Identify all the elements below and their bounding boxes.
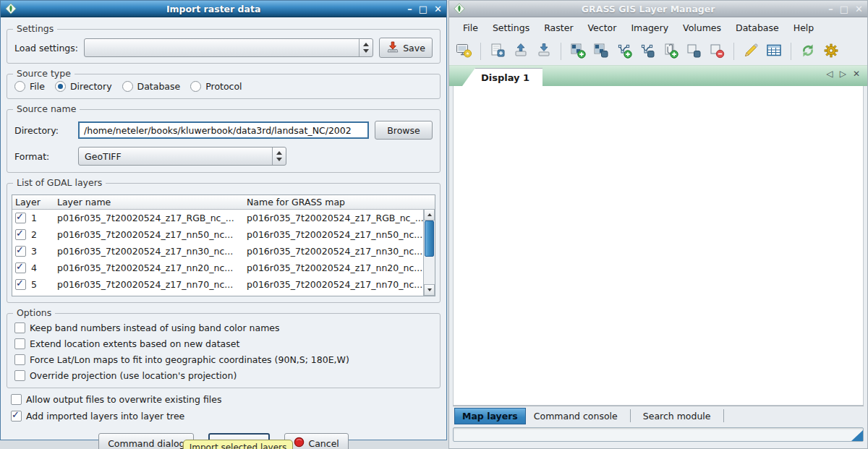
toolbar-workspace-new-button[interactable] [488,41,508,61]
layer-row-checkbox[interactable] [15,262,26,273]
gdal-layers-group: List of GDAL layers Layer Layer name Nam… [7,183,441,303]
radio-directory[interactable]: Directory [55,81,112,92]
toolbar-add-multiple-vector-layers-button[interactable] [637,41,658,61]
column-header-grass-name[interactable]: Name for GRASS map [247,197,435,208]
layer-row-checkbox[interactable] [15,296,26,296]
toolbar-settings-gear-button[interactable] [821,41,841,61]
radio-protocol[interactable]: Protocol [190,81,242,92]
checkbox-control[interactable] [14,354,25,365]
gdal-layers-table[interactable]: Layer Layer name Name for GRASS map 1p01… [12,194,435,296]
add-group-icon [685,42,702,61]
gdal-layer-row-2[interactable]: 2p016r035_7t20020524_z17_nn50_nc...p016r… [12,226,435,243]
command-prompt-input[interactable] [453,427,864,442]
tab-next-icon[interactable]: ▷ [840,69,846,79]
toolbar-new-display-button[interactable] [454,41,474,61]
tab-close-icon[interactable]: ✕ [853,69,860,79]
layer-manager-titlebar[interactable]: GRASS GIS Layer Manager – □ ✕ [449,1,867,17]
cancel-button[interactable]: Cancel [284,433,348,449]
gdal-layer-row-5[interactable]: 5p016r035_7t20020524_z17_nn70_nc...p016r… [12,276,435,293]
checkbox-control[interactable] [11,411,22,422]
tab-map-layers[interactable]: Map layers [454,408,526,424]
radio-protocol-control[interactable] [190,81,201,92]
maximize-button[interactable]: □ [840,4,848,14]
maximize-button[interactable]: □ [419,4,427,14]
column-header-layer-name[interactable]: Layer name [57,197,247,208]
save-settings-button[interactable]: Save [379,38,433,58]
layer-row-checkbox[interactable] [15,229,26,240]
menu-imagery[interactable]: Imagery [624,20,675,35]
checkbox-control[interactable] [14,338,25,349]
grass-name-cell: p016r035_7t20020524_z17_nn70_nc... [247,279,435,290]
checkbox-control[interactable] [14,322,25,333]
command-dialog-button[interactable]: Command dialog [98,433,194,449]
checkbox-extend-location-extents-based-on-new-dat[interactable]: Extend location extents based on new dat… [14,335,433,351]
scroll-up-icon[interactable] [424,209,435,221]
format-combobox[interactable]: GeoTIFF [78,147,286,166]
close-button[interactable]: ✕ [434,4,442,14]
checkbox-force-lat-lon-maps-to-fit-into-geographi[interactable]: Force Lat/Lon maps to fit into geographi… [14,351,433,367]
radio-file-control[interactable] [14,81,25,92]
toolbar-workspace-save-button[interactable] [534,41,554,61]
tab-prev-icon[interactable]: ◁ [826,69,833,79]
source-name-group: Source name Directory: Browse Format: Ge… [7,109,441,173]
scrollbar-track[interactable] [424,221,435,284]
toolbar-add-multiple-raster-layers-button[interactable] [591,41,611,61]
column-header-layer[interactable]: Layer [15,197,57,208]
radio-file[interactable]: File [14,81,45,92]
add-multiple-vector-layers-icon [639,42,656,61]
checkbox-add-imported-layers-into-layer-tree[interactable]: Add imported layers into layer tree [11,411,446,422]
menu-settings[interactable]: Settings [486,20,536,35]
resize-grip[interactable] [851,430,863,441]
menu-help[interactable]: Help [787,20,821,35]
toolbar-graphical-modeler-button[interactable] [798,41,818,61]
gdal-layer-row-6[interactable]: 6p016r035_7k20020524_z17_nn62_ncp016r035… [12,293,435,296]
checkbox-override-projection-use-location-s-proje[interactable]: Override projection (use location's proj… [14,367,433,383]
layer-row-checkbox[interactable] [15,246,26,257]
directory-input[interactable] [78,121,369,139]
tab-search-module[interactable]: Search module [635,408,719,424]
checkbox-control[interactable] [14,370,25,381]
table-header[interactable]: Layer Layer name Name for GRASS map [12,195,435,210]
load-settings-combobox[interactable] [84,38,373,57]
menu-vector[interactable]: Vector [582,20,624,35]
tab-command-console[interactable]: Command console [526,408,626,424]
table-scrollbar[interactable] [423,209,435,296]
layer-row-checkbox[interactable] [15,213,26,223]
gdal-layer-row-4[interactable]: 4p016r035_7t20020524_z17_nn20_nc...p016r… [12,260,435,276]
settings-group: Settings Load settings: Save [7,29,441,64]
toolbar-add-raster-layer-button[interactable] [568,41,588,61]
browse-button[interactable]: Browse [375,121,433,140]
menu-raster[interactable]: Raster [537,20,579,35]
toolbar-add-vector-layer-button[interactable] [614,41,634,61]
add-vector-layer-icon [616,42,633,61]
toolbar-remove-layer-button[interactable] [707,41,727,61]
minimize-button[interactable]: – [828,4,833,14]
combobox-spinner-icon[interactable] [359,39,373,56]
combobox-spinner-icon[interactable] [272,147,286,165]
tab-display-1[interactable]: Display 1 [462,68,542,86]
dialog-titlebar[interactable]: Import raster data – □ ✕ [1,1,446,17]
minimize-button[interactable]: – [407,4,412,14]
toolbar-workspace-open-button[interactable] [511,41,531,61]
layer-tree-panel[interactable] [453,86,864,406]
layer-number: 3 [31,246,37,257]
gdal-layer-row-3[interactable]: 3p016r035_7t20020524_z17_nn30_nc...p016r… [12,243,435,260]
toolbar-add-various-layers-button[interactable] [660,41,681,61]
radio-database-control[interactable] [122,81,133,92]
checkbox-keep-band-numbers-instead-of-using-band-[interactable]: Keep band numbers instead of using band … [14,320,433,335]
checkbox-control[interactable] [11,394,22,405]
layer-row-checkbox[interactable] [15,279,26,290]
close-button[interactable]: ✕ [855,4,863,14]
radio-database[interactable]: Database [122,81,181,92]
checkbox-allow-output-files-to-overwrite-existing[interactable]: Allow output files to overwrite existing… [11,394,446,405]
scroll-down-icon[interactable] [424,284,435,296]
menu-database[interactable]: Database [729,20,786,35]
radio-directory-control[interactable] [55,81,66,92]
toolbar-attribute-table-button[interactable] [764,41,784,61]
scrollbar-thumb[interactable] [425,221,434,257]
toolbar-edit-pencil-button[interactable] [741,41,761,61]
toolbar-add-group-button[interactable] [684,41,704,61]
menu-volumes[interactable]: Volumes [676,20,728,35]
gdal-layer-row-1[interactable]: 1p016r035_7t20020524_z17_RGB_nc_...p016r… [12,210,435,226]
menu-file[interactable]: File [456,20,485,35]
